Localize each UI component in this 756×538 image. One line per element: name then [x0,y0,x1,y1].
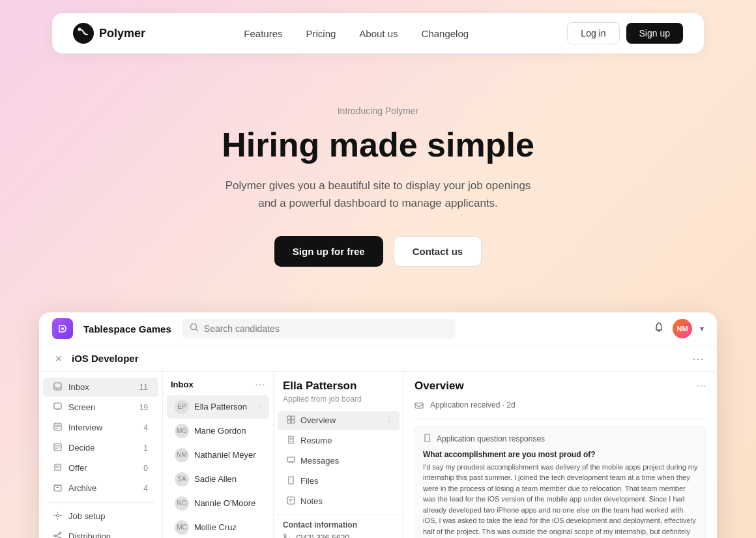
nav-about[interactable]: About us [359,28,398,39]
sidebar-item-inbox-label: Inbox [68,382,133,392]
left-sidebar: Inbox 11 Screen 19 Interview 4 [39,372,163,538]
application-responses: Application question responses What acco… [414,426,706,538]
navbar-actions: Log in Sign up [567,22,683,44]
bell-icon[interactable] [653,321,665,336]
search-input[interactable] [204,323,448,334]
svg-rect-14 [291,416,295,419]
sidebar-item-archive[interactable]: Archive 4 [43,479,158,498]
sidebar-item-screen[interactable]: Screen 19 [43,398,158,417]
job-title: iOS Developer [72,353,139,364]
question-answer: I'd say my proudest accomplishment was d… [423,462,698,538]
sidebar-item-interview[interactable]: Interview 4 [43,418,158,438]
candidate-detail-sub: Applied from job board [283,395,394,404]
archive-icon [53,483,62,494]
svg-rect-19 [415,403,423,408]
candidate-marie-gordon[interactable]: MG Marie Gordon [167,419,269,443]
nav-notes[interactable]: Notes [278,492,400,511]
app-logo-icon [52,318,73,339]
nav-resume[interactable]: Resume [278,431,400,451]
candidate-avatar-sadie: SA [175,472,189,486]
notes-icon [287,496,295,507]
nav-pricing[interactable]: Pricing [306,28,336,39]
responses-header: Application question responses [423,433,698,445]
login-button[interactable]: Log in [567,22,619,44]
navbar-logo: Polymer [73,23,145,44]
app-search-bar[interactable] [182,319,456,338]
overview-chevron: › [388,417,390,425]
overview-menu-button[interactable]: ⋯ [696,380,706,392]
contact-info-title: Contact information [283,520,394,530]
candidate-sadie-allen[interactable]: SA Sadie Allen [167,468,269,491]
message-icon [287,456,295,466]
candidate-nathaniel-meyer[interactable]: NM Nathaniel Meyer [167,443,269,467]
svg-rect-5 [54,403,61,409]
email-timeline-icon [414,401,424,412]
overview-header: Overview ⋯ [414,380,706,393]
nav-overview[interactable]: Overview › [278,411,400,430]
svg-rect-16 [291,420,295,423]
logo-text: Polymer [99,27,145,40]
candidate-avatar-nannie: NO [175,496,189,511]
doc-icon [423,433,431,445]
chevron-down-icon[interactable]: ▾ [700,324,704,333]
gear-icon [53,511,62,522]
contact-info-section: Contact information (242) 336-5620 hello… [274,515,403,538]
sidebar-item-job-setup[interactable]: Job setup [43,507,158,526]
contact-us-button[interactable]: Contact us [394,236,482,267]
nav-changelog[interactable]: Changelog [422,28,469,39]
candidate-avatar-nathaniel: NM [175,448,189,462]
timeline-divider [414,419,706,419]
polymer-logo-icon [73,23,94,44]
screen-icon [53,402,62,413]
job-title-bar: ✕ iOS Developer ⋯ [39,346,717,372]
timeline-application-received: Application received · 2d [414,400,706,412]
sidebar-item-decide[interactable]: Decide 1 [43,438,158,458]
app-company-name: Tablespace Games [83,323,171,335]
offer-icon [53,463,62,473]
hero-section: Introducing Polymer Hiring made simple P… [0,67,756,293]
candidates-menu-button[interactable]: ⋯ [255,378,265,391]
svg-point-1 [78,28,81,31]
candidate-mollie-cruz[interactable]: MC Mollie Cruz [167,516,269,538]
candidate-nannie-omoore[interactable]: NO Nannie O'Moore [167,492,269,515]
app-header-right: NM ▾ [653,319,704,338]
signup-button[interactable]: Sign up [626,23,683,44]
navbar: Polymer Features Pricing About us Change… [52,13,704,53]
interview-icon [53,423,62,433]
sidebar-item-inbox-badge: 11 [139,383,148,392]
sidebar-item-distribution[interactable]: Distribution [43,527,158,538]
grid-icon [287,415,295,426]
hero-eyebrow: Introducing Polymer [13,106,743,116]
detail-panel: Ella Patterson Applied from job board Ov… [274,372,404,538]
decide-icon [53,443,62,453]
search-icon [190,323,199,335]
candidate-detail-name: Ella Patterson [283,380,394,393]
resume-icon [287,436,295,446]
sidebar-item-offer[interactable]: Offer 0 [43,458,158,478]
job-menu-button[interactable]: ⋯ [692,351,704,366]
share-icon [53,531,62,538]
phone-icon [283,533,291,538]
nav-files[interactable]: Files [278,471,400,491]
user-avatar[interactable]: NM [673,319,692,338]
inbox-icon [53,382,62,393]
svg-point-9 [57,514,59,516]
candidate-avatar-marie: MG [175,424,189,438]
svg-point-0 [73,23,94,44]
candidate-avatar-ella: EP [175,400,189,414]
sidebar-item-inbox[interactable]: Inbox 11 [43,378,158,397]
candidate-nav: Overview › Resume Messages [274,408,403,515]
hero-buttons: Sign up for free Contact us [13,236,743,267]
app-preview: Tablespace Games NM [39,312,717,538]
navbar-links: Features Pricing About us Changelog [244,28,469,39]
candidates-header: Inbox ⋯ [163,372,273,395]
candidate-ella-patterson[interactable]: EP Ella Patterson › [167,395,269,419]
svg-rect-13 [287,416,291,419]
nav-features[interactable]: Features [244,28,282,39]
close-job-button[interactable]: ✕ [52,352,65,365]
overview-panel: Overview ⋯ Application received · 2d [404,372,717,538]
signup-free-button[interactable]: Sign up for free [274,236,383,267]
nav-messages[interactable]: Messages [278,451,400,471]
detail-header: Ella Patterson Applied from job board [274,372,403,408]
app-header: Tablespace Games NM [39,312,717,346]
